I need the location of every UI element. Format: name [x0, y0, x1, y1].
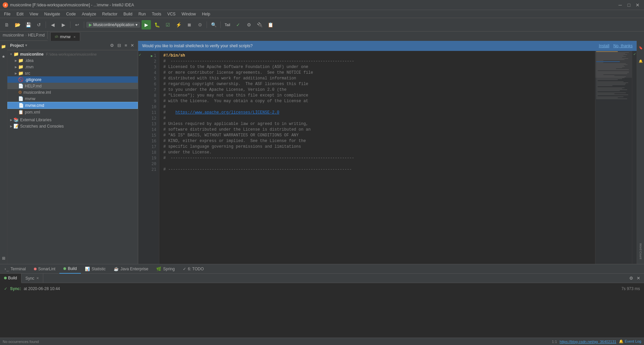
- plugin-btn2[interactable]: 📋: [266, 20, 275, 29]
- tree-mvnw[interactable]: 📄 mvnw: [7, 95, 138, 102]
- close-button[interactable]: ✕: [634, 1, 641, 9]
- tree-mvnwcmd-label: mvnw.cmd: [25, 103, 44, 108]
- right-tab-notifications[interactable]: 🔔: [638, 56, 643, 66]
- run-gutter-icon[interactable]: ▶: [151, 53, 153, 59]
- menu-navigate[interactable]: Navigate: [42, 11, 63, 17]
- breadcrumb-file[interactable]: HELP.md: [28, 33, 45, 38]
- tree-scratches[interactable]: ▶ 📝 Scratches and Consoles: [7, 123, 138, 129]
- status-link[interactable]: https://blog.csdn.net/qq_36402131: [560, 340, 616, 344]
- toolbar: 🗎 📂 💾 ↺ ◀ ▶ ↩ ▶ MusiconlineApplication ▾…: [0, 18, 644, 31]
- line-numbers: ▶ 1 2 3 4 5 6 7 8 9 10 11 12 13 14 15 16…: [141, 51, 159, 264]
- tree-iml[interactable]: ⚙ musiconline.iml: [7, 89, 138, 95]
- vcs-button[interactable]: ✓: [233, 20, 243, 29]
- sidebar-gear-button[interactable]: ⚙: [109, 43, 115, 48]
- build-settings-button[interactable]: ⚙: [628, 275, 634, 281]
- sidebar-collapse-button[interactable]: ✕: [129, 43, 135, 48]
- menu-build[interactable]: Build: [121, 11, 135, 17]
- tree-mvn[interactable]: ▶ 📁 .mvn: [7, 64, 138, 70]
- maximize-button[interactable]: □: [625, 1, 633, 9]
- bottom-tab-build[interactable]: Build: [59, 264, 81, 274]
- coverage-button[interactable]: ☑: [163, 20, 172, 29]
- file-tab-close[interactable]: ×: [73, 35, 75, 39]
- right-tab-bookmarks[interactable]: 🔖: [638, 43, 643, 52]
- toolbar-new-button[interactable]: 🗎: [2, 20, 11, 29]
- menu-help[interactable]: Help: [199, 11, 213, 17]
- scratches-icon: 📝: [13, 124, 19, 129]
- sidebar-layout-button[interactable]: ⊟: [116, 43, 122, 48]
- tree-mvnwcmd[interactable]: 📄 mvnw.cmd: [7, 102, 138, 109]
- toolbar-undo-button[interactable]: ↩: [72, 20, 82, 29]
- tree-idea-label: .idea: [25, 58, 34, 63]
- build-panel-tabs: Build Sync ✕ ⚙ ✕: [0, 274, 644, 283]
- file-tab-mvnw[interactable]: sh mvnw ×: [50, 32, 80, 41]
- search-everywhere-button[interactable]: 🔍: [209, 20, 218, 29]
- tail-button[interactable]: Tail: [223, 20, 232, 29]
- project-tab-icon[interactable]: 📁: [0, 43, 7, 50]
- favorites-tab-icon[interactable]: ★: [0, 53, 7, 60]
- bottom-tab-statistic[interactable]: 📊 Statistic: [81, 264, 110, 274]
- menu-view[interactable]: View: [27, 11, 41, 17]
- sidebar-title: Project ▾: [10, 43, 27, 48]
- menu-code[interactable]: Code: [63, 11, 78, 17]
- tree-external-libraries[interactable]: ▶ 📚 External Libraries: [7, 117, 138, 123]
- line-num-19: 19: [141, 155, 159, 161]
- sidebar-settings-button[interactable]: ≡: [123, 43, 128, 48]
- plugin-btn1[interactable]: 🔌: [255, 20, 264, 29]
- tree-idea[interactable]: ▶ 📁 .idea: [7, 57, 138, 64]
- event-log-label[interactable]: 🔔 Event Log: [619, 339, 641, 344]
- no-occurrences-text: No occurrences found: [3, 340, 39, 344]
- todo-label: 6: TODO: [188, 267, 204, 271]
- gutter-checkmarks: ✓: [138, 51, 141, 264]
- build-tab[interactable]: Build: [0, 274, 21, 283]
- build-collapse-button[interactable]: ✕: [636, 275, 641, 281]
- profile-button[interactable]: ⚡: [174, 20, 183, 29]
- line-num-2: 2: [141, 59, 159, 64]
- code-editor[interactable]: #!/bin/sh # ----------------------------…: [159, 51, 595, 264]
- right-tab-word-count[interactable]: Word Count: [638, 240, 643, 262]
- minimize-button[interactable]: ─: [616, 1, 624, 9]
- line-num-10: 10: [141, 104, 159, 110]
- toolbar-open-button[interactable]: 📂: [13, 20, 22, 29]
- tree-pomxml[interactable]: 📋 pom.xml: [7, 109, 138, 115]
- statistic-icon: 📊: [85, 267, 90, 271]
- menu-file[interactable]: File: [1, 11, 13, 17]
- menu-window[interactable]: Window: [179, 11, 199, 17]
- tree-gitignore[interactable]: 🚫 .gitignore: [7, 76, 138, 83]
- menu-analyze[interactable]: Analyze: [79, 11, 99, 17]
- build-item-sync: ✓ Sync: at 2020-06-28 10:44 7s 973 ms: [4, 286, 640, 292]
- bottom-tab-terminal[interactable]: ›_ Terminal: [0, 264, 30, 274]
- bottom-tab-spring[interactable]: 🌿 Spring: [152, 264, 179, 274]
- bottom-tab-java-enterprise[interactable]: ☕ Java Enterprise: [110, 264, 152, 274]
- tree-helpmd-label: HELP.md: [25, 84, 42, 88]
- toolbar-save-button[interactable]: 💾: [23, 20, 33, 29]
- dismiss-link[interactable]: No, thanks: [613, 44, 633, 48]
- menu-edit[interactable]: Edit: [14, 11, 26, 17]
- status-bar: No occurrences found 1:1 https://blog.cs…: [0, 338, 644, 345]
- bottom-tab-sonarlint[interactable]: SonarLint: [30, 264, 59, 274]
- toolbar-forward-button[interactable]: ▶: [59, 20, 68, 29]
- toolbar-back-button[interactable]: ◀: [48, 20, 57, 29]
- toolbar-refresh-button[interactable]: ↺: [34, 20, 44, 29]
- menu-tools[interactable]: Tools: [149, 11, 164, 17]
- stop-button[interactable]: ⏹: [184, 20, 194, 29]
- structure-tab-icon[interactable]: ⊞: [1, 255, 7, 262]
- menu-refactor[interactable]: Refactor: [100, 11, 120, 17]
- debug-button[interactable]: 🐛: [152, 20, 162, 29]
- build-project-button[interactable]: ⚙: [195, 20, 205, 29]
- menu-run[interactable]: Run: [136, 11, 149, 17]
- bottom-tab-todo[interactable]: ✓ 6: TODO: [179, 264, 208, 274]
- run-config-dropdown[interactable]: ▶ MusiconlineApplication ▾: [86, 22, 140, 28]
- sync-tab-close[interactable]: ✕: [36, 276, 39, 280]
- sync-tab[interactable]: Sync ✕: [21, 274, 44, 283]
- install-link[interactable]: Install: [599, 44, 609, 48]
- settings-button[interactable]: ⚙: [244, 20, 254, 29]
- menu-vcs[interactable]: VCS: [165, 11, 178, 17]
- tree-src[interactable]: ▶ 📁 src: [7, 70, 138, 76]
- build-label: Build: [68, 266, 77, 271]
- toolbar-sep-1: [46, 21, 46, 28]
- tree-root[interactable]: ▼ 📁 musiconline F:\idea-workspace\musico…: [7, 51, 138, 57]
- run-button[interactable]: ▶: [142, 20, 151, 29]
- breadcrumb: musiconline › HELP.md: [0, 31, 48, 39]
- breadcrumb-project[interactable]: musiconline: [3, 33, 24, 38]
- tree-helpmd[interactable]: 📄 HELP.md: [7, 83, 138, 89]
